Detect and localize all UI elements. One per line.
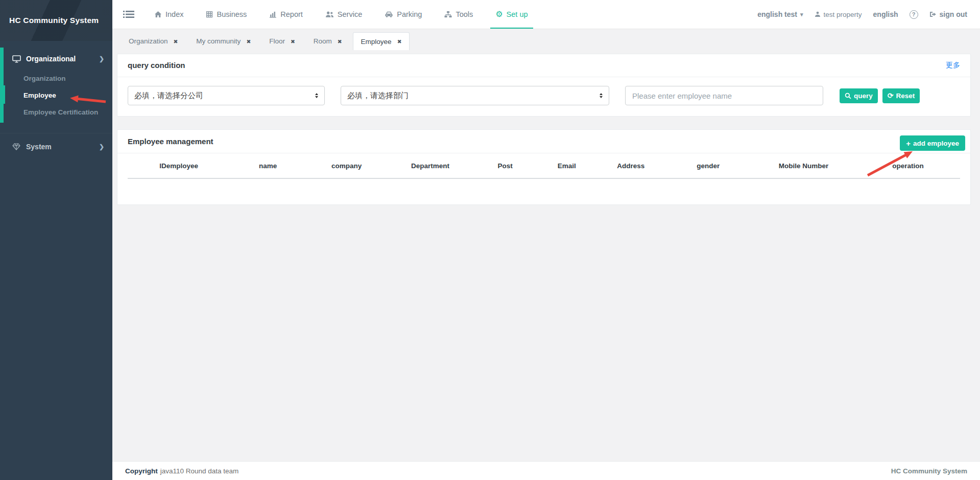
query-condition-panel: query condition 更多 必填，请选择分公司 必填，请选择部门 (117, 54, 971, 117)
empty-table-row (128, 178, 960, 204)
grid-icon (206, 11, 213, 18)
employee-name-input[interactable] (625, 86, 823, 105)
plus-icon: + (906, 140, 911, 147)
nav-item-label: Service (338, 10, 362, 18)
column-header-idemployee: IDemployee (128, 153, 230, 178)
monitor-icon (12, 55, 21, 63)
sidebar-item-organizational[interactable]: Organizational ❯ (0, 50, 112, 68)
tab-organization[interactable]: Organization ✖ (121, 32, 185, 50)
column-header-mobile-number: Mobile Number (751, 153, 856, 178)
nav-item-parking[interactable]: Parking (385, 0, 422, 29)
column-header-email: Email (537, 153, 596, 178)
open-tabs-bar: Organization ✖ My community ✖ Floor ✖ Ro… (117, 32, 971, 50)
sidebar-item-employee-certification[interactable]: Employee Certification (0, 104, 112, 121)
caret-down-icon: ▾ (800, 11, 803, 18)
nav-item-label: Parking (397, 10, 422, 18)
navbar-right: english test ▾ test property english ? (757, 10, 967, 19)
tab-floor[interactable]: Floor ✖ (261, 32, 303, 50)
chevron-right-icon: ❯ (99, 55, 104, 62)
table-header-row: IDemployee name company Department Post … (128, 153, 960, 178)
refresh-icon: ⟳ (888, 92, 894, 99)
employee-table: IDemployee name company Department Post … (128, 153, 960, 204)
users-icon (325, 11, 334, 18)
reset-button-label: Reset (896, 92, 915, 100)
gem-icon (12, 143, 21, 150)
sidebar-toggle-button[interactable] (118, 4, 139, 25)
employee-panel-title: Employee management (128, 137, 213, 146)
company-select[interactable]: 必填，请选择分公司 (128, 86, 325, 105)
column-header-post: Post (473, 153, 537, 178)
more-link[interactable]: 更多 (946, 61, 960, 70)
top-navbar: Index Business Report (112, 0, 980, 29)
close-icon[interactable]: ✖ (291, 38, 295, 44)
sidebar-group-label: System (26, 143, 52, 151)
employee-management-panel: Employee management + add employee IDemp… (117, 129, 971, 205)
nav-item-service[interactable]: Service (325, 0, 362, 29)
department-select[interactable]: 必填，请选择部门 (341, 86, 609, 105)
footer-copyright-label: Copyright (125, 467, 158, 475)
app-title: HC Community System (9, 16, 99, 25)
sidebar-item-system[interactable]: System ❯ (0, 138, 112, 156)
nav-item-tools[interactable]: Tools (444, 0, 473, 29)
main-area: Index Business Report (112, 0, 980, 480)
footer-team-label: java110 Round data team (160, 467, 239, 475)
gear-icon: ⚙ (495, 10, 503, 18)
sidebar-group-label: Organizational (26, 55, 76, 63)
footer: Copyright java110 Round data team HC Com… (112, 461, 980, 480)
nav-item-label: Set up (507, 10, 528, 18)
query-panel-title: query condition (128, 61, 185, 70)
column-header-operation: operation (856, 153, 960, 178)
column-header-gender: gender (665, 153, 751, 178)
nav-item-set-up[interactable]: ⚙ Set up (495, 0, 528, 29)
language-menu-item[interactable]: english (873, 10, 898, 18)
query-form: 必填，请选择分公司 必填，请选择部门 query ⟳ Reset (117, 77, 970, 116)
sign-out-label: sign out (940, 10, 967, 18)
department-select-value: 必填，请选择部门 (347, 91, 595, 101)
user-menu-dropdown[interactable]: english test ▾ (757, 10, 803, 18)
nav-item-label: Index (165, 10, 183, 18)
close-icon[interactable]: ✖ (397, 38, 402, 44)
language-label: english (873, 10, 898, 18)
nav-item-business[interactable]: Business (206, 0, 247, 29)
nav-item-index[interactable]: Index (154, 0, 183, 29)
property-label: test property (824, 11, 862, 18)
column-header-company: company (306, 153, 388, 178)
tab-my-community[interactable]: My community ✖ (188, 32, 258, 50)
user-menu-label: english test (757, 10, 797, 18)
tab-label: Room (314, 37, 332, 45)
tab-employee[interactable]: Employee ✖ (353, 32, 410, 50)
sidebar: HC Community System Organizational ❯ Org… (0, 0, 112, 480)
sign-out-button[interactable]: sign out (929, 10, 967, 18)
sidebar-group-system: System ❯ (0, 133, 112, 156)
add-employee-label: add employee (913, 140, 959, 147)
sign-out-icon (929, 11, 937, 17)
nav-item-label: Business (217, 10, 247, 18)
sidebar-item-employee[interactable]: Employee (0, 87, 112, 104)
select-spinner-icon (315, 93, 318, 98)
close-icon[interactable]: ✖ (174, 38, 178, 44)
tab-room[interactable]: Room ✖ (306, 32, 350, 50)
nav-items: Index Business Report (154, 0, 528, 29)
sidebar-submenu: Organization Employee Employee Certifica… (0, 68, 112, 124)
car-icon (385, 11, 393, 18)
query-button[interactable]: query (840, 88, 878, 103)
reset-button[interactable]: ⟳ Reset (882, 88, 920, 103)
nav-item-report[interactable]: Report (269, 0, 303, 29)
sidebar-item-organization[interactable]: Organization (0, 70, 112, 87)
help-icon[interactable]: ? (910, 10, 918, 19)
tab-label: My community (196, 37, 241, 45)
company-select-value: 必填，请选择分公司 (134, 91, 311, 101)
nav-item-label: Tools (456, 10, 473, 18)
query-button-label: query (854, 92, 873, 100)
add-employee-button[interactable]: + add employee (900, 135, 965, 151)
close-icon[interactable]: ✖ (246, 38, 251, 44)
close-icon[interactable]: ✖ (338, 38, 342, 44)
tab-label: Employee (361, 38, 392, 45)
user-icon (815, 11, 821, 17)
query-panel-header: query condition 更多 (117, 54, 970, 77)
home-icon (154, 11, 162, 18)
tab-label: Floor (269, 37, 285, 45)
column-header-name: name (230, 153, 305, 178)
property-menu-item[interactable]: test property (815, 11, 862, 18)
sidebar-header: HC Community System (0, 0, 112, 41)
